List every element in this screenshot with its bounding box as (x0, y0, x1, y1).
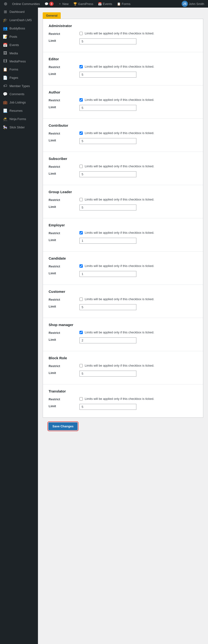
limit-label-author: Limit (48, 105, 80, 109)
limit-label-customer: Limit (48, 304, 80, 308)
limit-row-author: Limit (48, 105, 197, 111)
limit-input-block-role[interactable] (80, 371, 136, 376)
limit-row-administrator: Limit (48, 38, 197, 44)
job-listings-icon: 💼 (3, 100, 8, 105)
restrict-checkbox-label-contributor: Limits will be applied only if this chec… (85, 131, 154, 135)
limit-input-author[interactable] (80, 105, 136, 111)
limit-input-customer[interactable] (80, 304, 136, 310)
sidebar-item-mediapress[interactable]: 🎞 MediaPress (0, 57, 38, 65)
dashboard-icon: ⊞ (3, 10, 8, 14)
limit-row-editor: Limit (48, 72, 197, 78)
restrict-label-block-role: Restrict (48, 364, 80, 368)
sidebar-item-pages[interactable]: 📄 Pages (0, 74, 38, 82)
sidebar-item-buddyboss[interactable]: 👥 BuddyBoss (0, 24, 38, 32)
restrict-row-editor: RestrictLimits will be applied only if t… (48, 65, 197, 69)
user-menu[interactable]: JS John Smith (180, 0, 206, 8)
events-link[interactable]: 📅 Events (96, 0, 114, 8)
limit-value-customer (80, 304, 197, 310)
comments-count: 3 (49, 2, 54, 6)
avatar: JS (182, 1, 188, 7)
sidebar-item-member-types[interactable]: 🏷 Member Types (0, 82, 38, 90)
limit-value-administrator (80, 38, 197, 44)
restrict-value-shop-manager: Limits will be applied only if this chec… (80, 330, 197, 334)
limit-value-block-role (80, 371, 197, 376)
role-section-block-role: Block RoleRestrictLimits will be applied… (43, 351, 203, 384)
restrict-checkbox-editor[interactable] (80, 65, 83, 68)
sidebar-item-dashboard[interactable]: ⊞ Dashboard (0, 8, 38, 16)
restrict-checkbox-block-role[interactable] (80, 364, 83, 367)
restrict-value-employer: Limits will be applied only if this chec… (80, 231, 197, 234)
restrict-value-group-leader: Limits will be applied only if this chec… (80, 198, 197, 201)
restrict-checkbox-candidate[interactable] (80, 264, 83, 268)
new-content-link[interactable]: ＋ New (56, 0, 70, 8)
limit-input-translator[interactable] (80, 404, 136, 410)
sidebar-item-forms[interactable]: 📋 Forms (0, 65, 38, 74)
sidebar-item-media[interactable]: 🖼 Media (0, 49, 38, 57)
role-section-author: AuthorRestrictLimits will be applied onl… (43, 86, 203, 119)
restrict-checkbox-label-editor: Limits will be applied only if this chec… (85, 65, 154, 68)
sidebar-item-ninja-forms[interactable]: 🥷 Ninja Forms (0, 115, 38, 123)
limit-row-employer: Limit (48, 238, 197, 244)
restrict-checkbox-label-group-leader: Limits will be applied only if this chec… (85, 198, 154, 201)
role-section-group-leader: Group LeaderRestrictLimits will be appli… (43, 185, 203, 218)
restrict-checkbox-author[interactable] (80, 98, 83, 102)
sidebar-item-slick-slider[interactable]: 🎠 Slick Slider (0, 123, 38, 132)
events-label: Events (103, 2, 112, 6)
restrict-checkbox-shop-manager[interactable] (80, 331, 83, 334)
limit-value-group-leader (80, 204, 197, 210)
forms-nav-icon: 📋 (3, 67, 8, 72)
limit-value-translator (80, 404, 197, 410)
wp-logo[interactable]: ⊛ (2, 0, 9, 8)
tab-general[interactable]: General (43, 12, 61, 19)
limit-input-contributor[interactable] (80, 138, 136, 144)
role-title-group-leader: Group Leader (48, 190, 197, 194)
limit-input-employer[interactable] (80, 238, 136, 244)
restrict-checkbox-translator[interactable] (80, 397, 83, 400)
limit-label-administrator: Limit (48, 38, 80, 42)
restrict-label-contributor: Restrict (48, 131, 80, 135)
restrict-checkbox-contributor[interactable] (80, 132, 83, 135)
restrict-checkbox-employer[interactable] (80, 231, 83, 234)
events-icon: 📅 (98, 2, 102, 6)
restrict-checkbox-administrator[interactable] (80, 32, 83, 35)
mediapress-icon: 🎞 (3, 59, 8, 63)
comments-link[interactable]: 💬 3 (43, 0, 56, 8)
role-title-administrator: Administrator (48, 24, 197, 28)
restrict-row-group-leader: RestrictLimits will be applied only if t… (48, 198, 197, 202)
restrict-row-employer: RestrictLimits will be applied only if t… (48, 231, 197, 235)
limit-input-subscriber[interactable] (80, 171, 136, 177)
slick-slider-icon: 🎠 (3, 125, 8, 130)
sidebar-item-posts[interactable]: 📝 Posts (0, 32, 38, 41)
restrict-row-administrator: RestrictLimits will be applied only if t… (48, 32, 197, 36)
ninja-forms-icon: 🥷 (3, 117, 8, 121)
sidebar-item-label: Resumes (10, 109, 22, 112)
limit-input-shop-manager[interactable] (80, 338, 136, 343)
restrict-value-author: Limits will be applied only if this chec… (80, 98, 197, 102)
restrict-checkbox-group-leader[interactable] (80, 198, 83, 201)
gamipress-link[interactable]: 🏆 GamiPress (72, 0, 95, 8)
sidebar-item-learndash[interactable]: 🎓 LearnDash LMS (0, 16, 38, 24)
restrict-checkbox-customer[interactable] (80, 298, 83, 301)
limit-input-candidate[interactable] (80, 271, 136, 277)
role-section-contributor: ContributorRestrictLimits will be applie… (43, 119, 203, 152)
role-title-employer: Employer (48, 223, 197, 227)
save-changes-button[interactable]: Save Changes (48, 422, 78, 430)
site-name-label: Online Communities (12, 2, 40, 6)
forms-link[interactable]: 📋 Forms (115, 0, 132, 8)
sidebar-item-resumes[interactable]: 📃 Resumes (0, 106, 38, 115)
limit-row-customer: Limit (48, 304, 197, 310)
sidebar-item-job-listings[interactable]: 💼 Job Listings (0, 98, 38, 106)
sidebar-item-comments[interactable]: 💬 Comments (0, 90, 38, 98)
comments-nav-icon: 💬 (3, 92, 8, 96)
sidebar-item-events[interactable]: 📅 Events (0, 41, 38, 49)
restrict-checkbox-label-translator: Limits will be applied only if this chec… (85, 397, 154, 400)
limit-input-group-leader[interactable] (80, 204, 136, 210)
site-name-link[interactable]: Online Communities (10, 0, 42, 8)
role-section-editor: EditorRestrictLimits will be applied onl… (43, 52, 203, 86)
limit-input-administrator[interactable] (80, 38, 136, 44)
limit-input-editor[interactable] (80, 72, 136, 78)
restrict-checkbox-subscriber[interactable] (80, 165, 83, 168)
gamipress-label: GamiPress (78, 2, 93, 6)
buddyboss-icon: 👥 (3, 26, 8, 30)
sidebar-item-label: Dashboard (10, 10, 25, 14)
